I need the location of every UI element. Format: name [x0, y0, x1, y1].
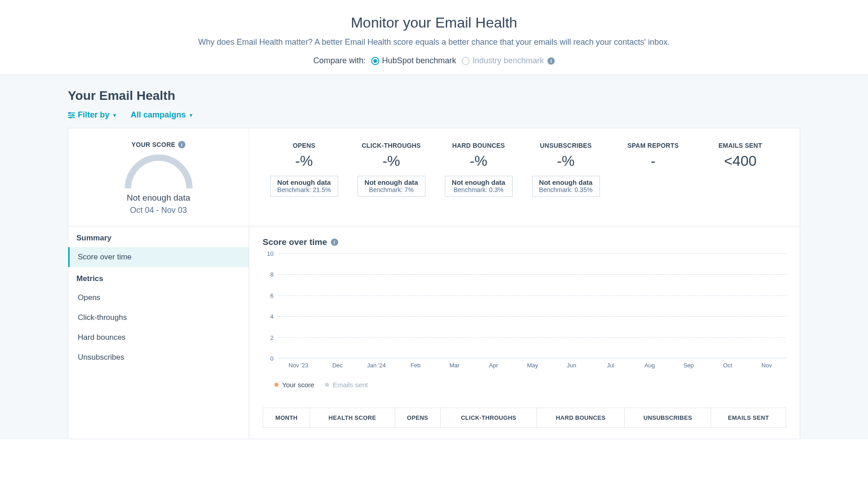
details-card: Summary Score over time Metrics OpensCli…: [68, 226, 800, 439]
radio-selected-icon: [371, 57, 379, 65]
chart-panel: Score over time i 1086420 Nov '23DecJan …: [249, 226, 800, 439]
filter-by-button[interactable]: Filter by ▼: [68, 110, 117, 120]
nav-group-summary: Summary: [68, 226, 249, 247]
x-tick: Jan '24: [357, 362, 396, 369]
radio-unselected-icon: [462, 57, 470, 65]
stat-value: -%: [263, 153, 345, 169]
stat-label: SPAM REPORTS: [612, 142, 694, 149]
compare-label: Compare with:: [313, 56, 366, 66]
x-tick: Sep: [669, 362, 708, 369]
score-date-range: Oct 04 - Nov 03: [77, 206, 240, 215]
x-tick: Nov '23: [279, 362, 318, 369]
stat-click-throughs: CLICK-THROUGHS-%Not enough dataBenchmark…: [350, 142, 433, 212]
table-header: CLICK-THROUGHS: [440, 408, 537, 428]
x-tick: Feb: [396, 362, 435, 369]
legend-your-score: Your score: [274, 381, 314, 389]
stat-label: HARD BOUNCES: [437, 142, 520, 149]
table-header: OPENS: [395, 408, 440, 428]
x-tick: May: [513, 362, 552, 369]
filter-icon: [68, 112, 75, 118]
page-title: Monitor your Email Health: [0, 14, 868, 31]
nav-item-click-throughs[interactable]: Click-throughs: [68, 308, 249, 328]
filter-row: Filter by ▼ All campaigns ▼: [68, 110, 800, 120]
radio-hubspot-label: HubSpot benchmark: [382, 56, 456, 66]
stat-value: -%: [524, 153, 607, 169]
y-tick: 10: [267, 250, 274, 257]
y-tick: 2: [270, 334, 274, 341]
all-campaigns-button[interactable]: All campaigns ▼: [131, 110, 193, 120]
info-icon[interactable]: i: [547, 57, 555, 65]
all-campaigns-label: All campaigns: [131, 110, 186, 120]
stat-spam-reports: SPAM REPORTS-: [612, 142, 694, 212]
filter-by-label: Filter by: [78, 110, 109, 120]
compare-with-row: Compare with: HubSpot benchmark Industry…: [0, 56, 868, 66]
gauge-icon: [77, 152, 240, 188]
stat-opens: OPENS-%Not enough dataBenchmark: 21.5%: [263, 142, 345, 212]
benchmark-box: Not enough dataBenchmark: 21.5%: [270, 176, 338, 197]
y-tick: 0: [270, 355, 274, 362]
radio-hubspot-benchmark[interactable]: HubSpot benchmark: [371, 56, 456, 66]
x-tick: Dec: [318, 362, 357, 369]
x-tick: Nov: [747, 362, 786, 369]
stat-value: -%: [350, 153, 433, 169]
x-tick: Apr: [474, 362, 513, 369]
stat-value: <400: [699, 153, 782, 169]
your-score-label: YOUR SCORE i: [77, 141, 240, 149]
svg-point-4: [72, 114, 73, 116]
page-subtitle: Why does Email Health matter? A better E…: [0, 38, 868, 47]
score-card: YOUR SCORE i Not enough data Oct 04 - No…: [68, 128, 800, 226]
section-title: Your Email Health: [68, 89, 800, 103]
table-header: HARD BOUNCES: [537, 408, 624, 428]
x-tick: Mar: [435, 362, 474, 369]
benchmark-box: Not enough dataBenchmark: 0.35%: [532, 176, 600, 197]
x-tick: Jun: [552, 362, 591, 369]
stat-emails-sent: EMAILS SENT<400: [699, 142, 782, 212]
table-header: UNSUBSCRIBES: [625, 408, 711, 428]
stat-label: EMAILS SENT: [699, 142, 782, 149]
x-tick: Jul: [591, 362, 630, 369]
chart-legend: Your score Emails sent: [263, 381, 786, 389]
nav-item-unsubscribes[interactable]: Unsubscribes: [68, 347, 249, 367]
stat-label: CLICK-THROUGHS: [350, 142, 433, 149]
body-section: Your Email Health Filter by ▼ All campai…: [0, 75, 868, 439]
stat-hard-bounces: HARD BOUNCES-%Not enough dataBenchmark: …: [437, 142, 520, 212]
stats-row: OPENS-%Not enough dataBenchmark: 21.5%CL…: [249, 128, 800, 226]
stat-unsubscribes: UNSUBSCRIBES-%Not enough dataBenchmark: …: [524, 142, 607, 212]
table-header: MONTH: [263, 408, 310, 428]
x-tick: Aug: [630, 362, 669, 369]
y-tick: 4: [270, 313, 274, 320]
nav-item-hard-bounces[interactable]: Hard bounces: [68, 328, 249, 347]
info-icon[interactable]: i: [331, 239, 338, 246]
info-icon[interactable]: i: [178, 141, 185, 148]
data-table: MONTHHEALTH SCOREOPENSCLICK-THROUGHSHARD…: [263, 408, 786, 428]
nav-group-metrics: Metrics: [68, 267, 249, 288]
your-score-panel: YOUR SCORE i Not enough data Oct 04 - No…: [68, 128, 249, 226]
table-header: EMAILS SENT: [711, 408, 786, 428]
nav-item-opens[interactable]: Opens: [68, 288, 249, 308]
svg-point-5: [70, 117, 71, 118]
x-tick: Oct: [708, 362, 747, 369]
svg-point-3: [69, 112, 70, 113]
sidebar-nav: Summary Score over time Metrics OpensCli…: [68, 226, 249, 439]
chart-area: 1086420 Nov '23DecJan '24FebMarAprMayJun…: [263, 253, 786, 375]
chart-title: Score over time i: [263, 237, 786, 247]
benchmark-box: Not enough dataBenchmark: 0.3%: [445, 176, 513, 197]
chevron-down-icon: ▼: [112, 113, 117, 118]
chevron-down-icon: ▼: [189, 113, 193, 118]
header-section: Monitor your Email Health Why does Email…: [0, 0, 868, 75]
stat-value: -%: [437, 153, 520, 169]
stat-value: -: [612, 153, 694, 169]
y-tick: 8: [270, 271, 274, 278]
radio-industry-benchmark[interactable]: Industry benchmark i: [462, 56, 555, 66]
stat-label: OPENS: [263, 142, 345, 149]
nav-item-score-over-time[interactable]: Score over time: [68, 247, 249, 267]
table-header: HEALTH SCORE: [310, 408, 395, 428]
benchmark-box: Not enough dataBenchmark: 7%: [358, 176, 425, 197]
score-status: Not enough data: [77, 193, 240, 203]
legend-emails-sent: Emails sent: [325, 381, 368, 389]
stat-label: UNSUBSCRIBES: [524, 142, 607, 149]
radio-industry-label: Industry benchmark: [472, 56, 544, 66]
y-tick: 6: [270, 292, 274, 299]
